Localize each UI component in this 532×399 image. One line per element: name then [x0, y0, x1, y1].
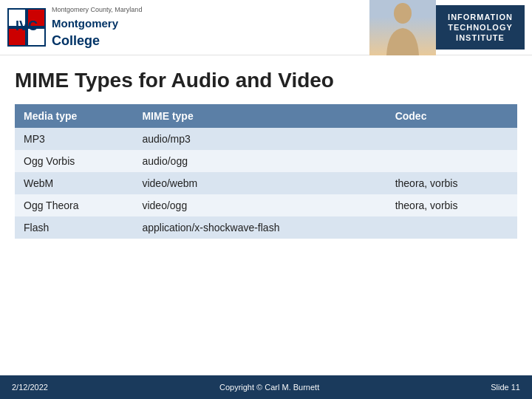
- svg-point-6: [394, 3, 412, 24]
- cell-media-type: MP3: [15, 128, 133, 150]
- iti-line1: INFORMATION: [448, 12, 513, 22]
- mime-types-table: Media type MIME type Codec MP3audio/mp3O…: [15, 104, 517, 239]
- ivc-logo: IVC: [7, 8, 46, 47]
- cell-media-type: WebM: [15, 172, 133, 194]
- cell-codec: [386, 216, 517, 239]
- logo-area: IVC Montgomery County, Maryland Montgome…: [7, 6, 142, 49]
- iti-logo: INFORMATION TECHNOLOGY INSTITUTE: [436, 5, 525, 50]
- page-title: MIME Types for Audio and Video: [15, 69, 517, 92]
- cell-media-type: Flash: [15, 216, 133, 239]
- cell-codec: theora, vorbis: [386, 172, 517, 194]
- main-content: MIME Types for Audio and Video Media typ…: [0, 55, 532, 246]
- footer-copyright: Copyright © Carl M. Burnett: [219, 383, 319, 392]
- table-row: MP3audio/mp3: [15, 128, 517, 150]
- cell-mime-type: video/webm: [133, 172, 386, 194]
- table-row: Flashapplication/x-shockwave-flash: [15, 216, 517, 239]
- table-header: Media type MIME type Codec: [15, 104, 517, 128]
- college-logo-text: Montgomery County, Maryland Montgomery C…: [52, 6, 142, 49]
- county-label: Montgomery County, Maryland: [52, 6, 142, 13]
- iti-line2: TECHNOLOGY: [448, 22, 513, 33]
- page-header: IVC Montgomery County, Maryland Montgome…: [0, 0, 532, 55]
- header-photo: [369, 0, 436, 55]
- cell-codec: [386, 150, 517, 172]
- college-text-label: College: [52, 31, 142, 49]
- cell-media-type: Ogg Theora: [15, 194, 133, 216]
- iti-line3: INSTITUTE: [456, 33, 505, 43]
- cell-media-type: Ogg Vorbis: [15, 150, 133, 172]
- col-codec: Codec: [386, 104, 517, 128]
- col-mime-type: MIME type: [133, 104, 386, 128]
- cell-mime-type: audio/ogg: [133, 150, 386, 172]
- cell-mime-type: video/ogg: [133, 194, 386, 216]
- table-header-row: Media type MIME type Codec: [15, 104, 517, 128]
- cell-codec: [386, 128, 517, 150]
- table-row: Ogg Vorbisaudio/ogg: [15, 150, 517, 172]
- cell-mime-type: audio/mp3: [133, 128, 386, 150]
- svg-text:IVC: IVC: [16, 18, 38, 33]
- footer-slide: Slide 11: [491, 383, 520, 392]
- col-media-type: Media type: [15, 104, 133, 128]
- table-body: MP3audio/mp3Ogg Vorbisaudio/oggWebMvideo…: [15, 128, 517, 239]
- cell-mime-type: application/x-shockwave-flash: [133, 216, 386, 239]
- table-row: Ogg Theoravideo/oggtheora, vorbis: [15, 194, 517, 216]
- table-row: WebMvideo/webmtheora, vorbis: [15, 172, 517, 194]
- college-name-label: Montgomery: [52, 13, 142, 31]
- cell-codec: theora, vorbis: [386, 194, 517, 216]
- page-footer: 2/12/2022 Copyright © Carl M. Burnett Sl…: [0, 375, 532, 399]
- header-photo-inner: [369, 0, 436, 55]
- footer-date: 2/12/2022: [12, 383, 48, 392]
